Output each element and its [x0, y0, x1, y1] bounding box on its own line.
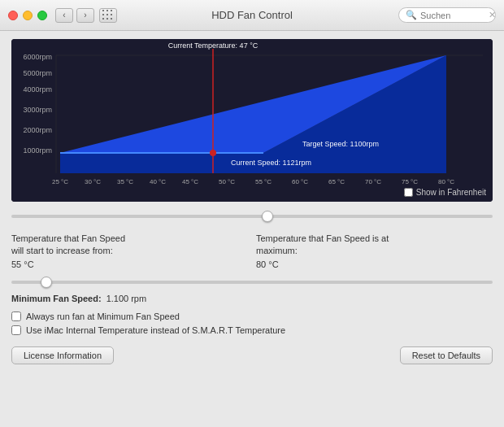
svg-text:30 °C: 30 °C [85, 178, 101, 185]
search-input[interactable] [420, 11, 485, 20]
svg-text:Current Temperature: 47 °C: Current Temperature: 47 °C [168, 41, 259, 50]
bottom-actions: License Information Reset to Defaults [11, 346, 493, 364]
temp-start-label: Temperature that Fan Speedwill start to … [11, 233, 248, 258]
temp-max-setting: Temperature that Fan Speed is atmaximum:… [256, 233, 493, 269]
svg-point-25 [210, 150, 216, 156]
svg-text:35 °C: 35 °C [117, 178, 133, 185]
grid-view-button[interactable] [99, 8, 117, 23]
reset-button[interactable]: Reset to Defaults [400, 346, 493, 364]
chart-container: 6000rpm 5000rpm 4000rpm 3000rpm 2000rpm … [11, 39, 493, 202]
svg-text:70 °C: 70 °C [365, 178, 381, 185]
forward-button[interactable]: › [76, 8, 94, 23]
svg-text:40 °C: 40 °C [150, 178, 166, 185]
svg-text:2000rpm: 2000rpm [23, 126, 52, 134]
min-speed-row: Minimum Fan Speed: 1.100 rpm [11, 294, 493, 303]
back-button[interactable]: ‹ [55, 8, 73, 23]
temp-start-setting: Temperature that Fan Speedwill start to … [11, 233, 248, 269]
svg-text:Current Speed: 1121rpm: Current Speed: 1121rpm [231, 159, 311, 167]
always-run-label: Always run fan at Minimum Fan Speed [26, 312, 180, 321]
titlebar: ‹ › HDD Fan Control 🔍 ✕ [0, 0, 504, 31]
clear-search-icon[interactable]: ✕ [489, 10, 496, 20]
use-imac-checkbox[interactable] [11, 325, 21, 335]
license-button[interactable]: License Information [11, 346, 114, 364]
min-fan-speed-value: 1.100 rpm [106, 294, 147, 303]
svg-text:5000rpm: 5000rpm [23, 69, 52, 77]
temp-start-value: 55 °C [11, 259, 248, 269]
use-imac-checkbox-row[interactable]: Use iMac Internal Temperature instead of… [11, 325, 493, 335]
maximize-button[interactable] [37, 11, 47, 20]
svg-text:50 °C: 50 °C [219, 178, 235, 185]
always-run-checkbox[interactable] [11, 312, 21, 321]
svg-text:4000rpm: 4000rpm [23, 85, 52, 94]
always-run-checkbox-row[interactable]: Always run fan at Minimum Fan Speed [11, 312, 493, 321]
svg-text:1000rpm: 1000rpm [23, 146, 52, 155]
svg-text:45 °C: 45 °C [182, 178, 198, 185]
window-title: HDD Fan Control [211, 9, 293, 21]
minimize-button[interactable] [23, 11, 33, 20]
show-fahrenheit-label: Show in Fahrenheit [416, 188, 486, 197]
svg-text:60 °C: 60 °C [292, 178, 308, 185]
min-fan-speed-label: Minimum Fan Speed: [11, 294, 102, 303]
svg-text:3000rpm: 3000rpm [23, 106, 52, 114]
svg-text:25 °C: 25 °C [52, 178, 68, 185]
close-button[interactable] [8, 11, 18, 20]
temp-max-label: Temperature that Fan Speed is atmaximum: [256, 233, 493, 258]
bottom-slider-row[interactable] [11, 276, 493, 289]
svg-text:6000rpm: 6000rpm [23, 53, 52, 61]
traffic-lights [8, 11, 47, 20]
search-icon: 🔍 [406, 10, 417, 20]
svg-text:Target Speed: 1100rpm: Target Speed: 1100rpm [302, 140, 379, 148]
svg-text:55 °C: 55 °C [255, 178, 272, 185]
top-slider-row[interactable] [11, 210, 493, 223]
temp-max-value: 80 °C [256, 259, 493, 269]
svg-text:80 °C: 80 °C [438, 178, 454, 185]
search-box[interactable]: 🔍 ✕ [398, 7, 496, 23]
svg-text:75 °C: 75 °C [402, 178, 418, 185]
show-fahrenheit-checkbox[interactable] [404, 188, 413, 197]
svg-text:65 °C: 65 °C [328, 178, 345, 185]
use-imac-label: Use iMac Internal Temperature instead of… [26, 325, 285, 335]
